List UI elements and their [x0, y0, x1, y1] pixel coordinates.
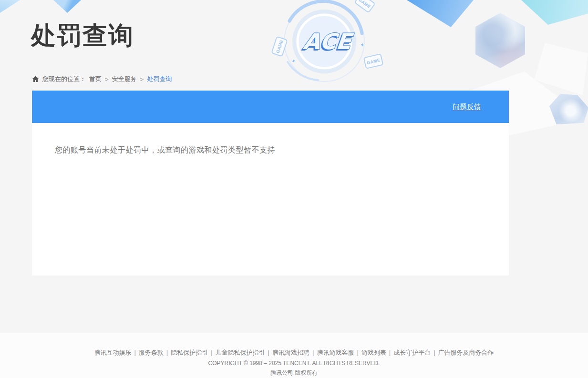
- footer-separator: |: [268, 349, 269, 356]
- breadcrumb-current-page[interactable]: 处罚查询: [147, 75, 172, 83]
- character-artwork-large: [475, 13, 525, 68]
- footer-separator: |: [357, 349, 358, 356]
- feedback-link[interactable]: 问题反馈: [453, 102, 481, 112]
- breadcrumb-separator: >: [140, 76, 144, 83]
- page-title: 处罚查询: [31, 19, 134, 52]
- game-card-label: GAME: [366, 57, 381, 65]
- breadcrumb-home-link[interactable]: 首页: [89, 75, 102, 83]
- deco-diamond-top-left: [52, 0, 83, 13]
- footer-link-tencent-games[interactable]: 腾讯互动娱乐: [94, 349, 131, 356]
- breadcrumb-security-link[interactable]: 安全服务: [112, 75, 137, 83]
- ace-logo-text: ACE: [302, 29, 355, 54]
- footer-link-recruit[interactable]: 腾讯游戏招聘: [272, 349, 309, 356]
- footer-separator: |: [433, 349, 435, 356]
- deco-polygon-faint-2: [534, 43, 588, 95]
- query-result-card: 您的账号当前未处于处罚中，或查询的游戏和处罚类型暂不支持: [32, 123, 509, 276]
- punishment-query-page: ACE ACE GAME GAME GAME ✦ ✦ 处罚查询 您现在的位置： …: [0, 0, 588, 378]
- footer-separator: |: [312, 349, 314, 356]
- company-text: 腾讯公司 版权所有: [0, 369, 588, 377]
- character-artwork-small: [549, 94, 588, 124]
- game-card-label: GAME: [275, 39, 284, 54]
- footer-link-guardian-platform[interactable]: 成长守护平台: [393, 349, 431, 356]
- footer-link-game-list[interactable]: 游戏列表: [361, 349, 386, 356]
- footer-separator: |: [389, 349, 391, 356]
- ace-logo: ACE ACE GAME GAME GAME ✦ ✦: [260, 0, 389, 94]
- home-icon: [32, 76, 39, 82]
- breadcrumb-separator: >: [105, 76, 109, 83]
- deco-triangle-top-left: [0, 0, 20, 13]
- footer-link-privacy[interactable]: 隐私保护指引: [171, 349, 208, 356]
- page-footer: 腾讯互动娱乐|服务条款|隐私保护指引|儿童隐私保护指引|腾讯游戏招聘|腾讯游戏客…: [0, 333, 588, 378]
- deco-triangle-top-right-cyan: [521, 0, 588, 25]
- footer-links: 腾讯互动娱乐|服务条款|隐私保护指引|儿童隐私保护指引|腾讯游戏招聘|腾讯游戏客…: [0, 333, 588, 357]
- breadcrumb-prefix: 您现在的位置：: [42, 75, 86, 83]
- result-message: 您的账号当前未处于处罚中，或查询的游戏和处罚类型暂不支持: [55, 145, 275, 155]
- footer-link-customer-service[interactable]: 腾讯游戏客服: [317, 349, 354, 356]
- copyright-text: COPYRIGHT © 1998 – 2025 TENCENT. ALL RIG…: [0, 360, 588, 367]
- breadcrumb: 您现在的位置： 首页 > 安全服务 > 处罚查询: [32, 75, 172, 83]
- footer-link-children-privacy[interactable]: 儿童隐私保护指引: [216, 349, 265, 356]
- footer-separator: |: [134, 349, 135, 356]
- footer-link-terms[interactable]: 服务条款: [139, 349, 164, 356]
- footer-separator: |: [211, 349, 212, 356]
- footer-separator: |: [166, 349, 168, 356]
- query-result-banner: 问题反馈: [32, 91, 509, 123]
- footer-link-ads-business[interactable]: 广告服务及商务合作: [438, 349, 494, 356]
- deco-triangle-top-right-blue: [407, 0, 474, 27]
